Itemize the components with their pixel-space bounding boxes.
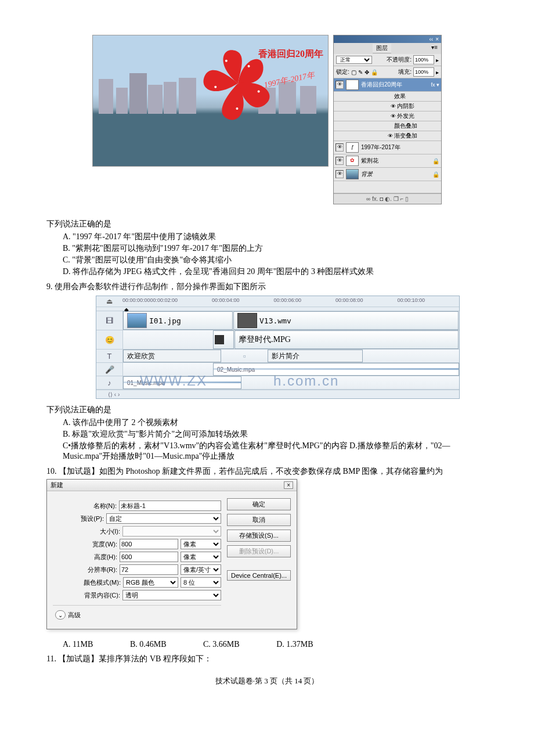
preset-select[interactable]: 自定	[106, 513, 221, 524]
lock-move-icon[interactable]: ✥	[365, 69, 369, 75]
audio-clip-1[interactable]: 01_Music.mpa	[123, 376, 241, 389]
video-timeline: ⏏ 00:00:00:00 00:00:02:00 00:00:04:00 00…	[96, 296, 460, 399]
visibility-icon[interactable]: 👁	[335, 157, 344, 165]
canvas-title-text: 香港回归20周年	[258, 48, 323, 60]
clip-video2[interactable]: 摩登时代.MPG	[234, 330, 459, 349]
dialog-titlebar: 新建 ×	[47, 480, 297, 491]
dialog-fields: 名称(N): 预设(P): 自定 大小(I): 宽度(W): 像素 高	[53, 498, 221, 622]
audio-label: 01_Music.mpa	[127, 380, 165, 386]
fx-header[interactable]: 效果	[334, 92, 441, 102]
text-thumb-icon: T	[346, 80, 359, 90]
layer-background[interactable]: 👁 背景 🔒	[334, 168, 441, 181]
q10-options: A. 11MB B. 0.46MB C. 3.66MB D. 1.37MB	[63, 640, 488, 649]
page-footer: 技术试题卷·第 3 页（共 14 页）	[46, 676, 488, 686]
width-label: 宽度(W):	[74, 540, 120, 549]
audio-clip-2[interactable]: 02_Music.mpa	[213, 363, 459, 376]
title-track: T 欢迎欣赏 ▫ 影片简介	[96, 350, 459, 363]
q9-stem: 9. 使用会声会影软件进行作品制作，部分操作界面如下图所示	[46, 282, 488, 292]
layers-tab[interactable]: 图层	[373, 44, 391, 53]
advanced-toggle[interactable]: ⌄ 高级	[55, 610, 221, 620]
q10-opt-b: B. 0.46MB	[130, 640, 167, 649]
fx-gradient-overlay[interactable]: 👁 渐变叠加	[334, 131, 441, 141]
page: 香港回归20周年 1997年-2017年 ‹‹ × 图层 ▾≡ 正常 不透明度:	[0, 0, 534, 710]
ps-canvas: 香港回归20周年 1997年-2017年	[92, 35, 329, 167]
visibility-icon[interactable]: 👁	[335, 170, 344, 178]
clip-image[interactable]: I01.jpg	[123, 311, 233, 330]
q10-stem: 10. 【加试题】如图为 Photoshop 新建文件界面，若作品完成后，不改变…	[46, 466, 488, 477]
tick: 00:00:00:00	[122, 297, 150, 305]
panel-footer-icons[interactable]: ∞ fx. ◘ ◐. ❐ ⌐ ▯	[334, 193, 441, 204]
music-track: ♪ 01_Music.mpa	[96, 376, 459, 390]
fill-flyout-icon[interactable]: ▸	[436, 69, 439, 75]
title-clip-1[interactable]: 欢迎欣赏	[123, 350, 221, 362]
lock-trans-icon[interactable]: ▢	[351, 69, 356, 75]
fx-color-overlay[interactable]: 👁 颜色叠加	[334, 121, 441, 131]
save-preset-button[interactable]: 存储预设(S)...	[227, 530, 291, 542]
opacity-flyout-icon[interactable]: ▸	[436, 57, 439, 63]
q9-lead: 下列说法正确的是	[46, 405, 488, 415]
lock-all-icon[interactable]: 🔒	[371, 69, 378, 75]
fill-input[interactable]	[413, 67, 434, 77]
ok-button[interactable]: 确定	[227, 498, 291, 510]
dialog-buttons: 确定 取消 存储预设(S)... 删除预设(D)... Device Centr…	[227, 498, 291, 622]
close-icon[interactable]: ×	[435, 36, 439, 42]
height-input[interactable]	[120, 552, 178, 562]
visibility-icon[interactable]: 👁	[335, 81, 344, 89]
fx-inner-shadow[interactable]: 👁 内阴影	[334, 102, 441, 111]
ruler-tool-icon[interactable]: ⏏	[96, 297, 122, 305]
ps-mock: 香港回归20周年 1997年-2017年 ‹‹ × 图层 ▾≡ 正常 不透明度:	[92, 35, 442, 204]
delete-preset-button: 删除预设(D)...	[227, 545, 291, 557]
lock-paint-icon[interactable]: ✎	[358, 69, 363, 75]
layer-years[interactable]: 👁 ƒ 1997年-2017年	[334, 141, 441, 154]
dialog-title: 新建	[50, 481, 63, 489]
visibility-icon[interactable]: 👁	[335, 143, 344, 152]
name-input[interactable]	[119, 501, 221, 511]
cancel-button[interactable]: 取消	[227, 514, 291, 526]
zoom-icon[interactable]: ⟨⟩ ‹ ›	[108, 391, 120, 398]
voice-track: 🎤 02_Music.mpa	[96, 363, 459, 376]
music-track-icon[interactable]: ♪	[96, 376, 123, 389]
blend-row: 正常 不透明度: ▸	[334, 54, 441, 66]
blend-mode-select[interactable]: 正常	[336, 56, 372, 64]
q9-opt-b: B. 标题"欢迎欣赏"与"影片简介"之间可添加转场效果	[63, 429, 488, 440]
title-label: 欢迎欣赏	[127, 351, 155, 361]
mode-select[interactable]: RGB 颜色	[123, 577, 178, 588]
layer-hk20[interactable]: 👁 T 香港回归20周年 fx ▾	[334, 78, 441, 92]
tick: 00:00:08:00	[335, 297, 397, 305]
timeline-scrollbar[interactable]: ⟨⟩ ‹ ›	[96, 390, 459, 398]
svg-point-0	[248, 65, 250, 67]
title-label: 影片简介	[272, 351, 300, 361]
image-thumb-icon: ✿	[346, 156, 359, 166]
title-clip-2[interactable]: 影片简介	[268, 350, 363, 362]
panel-menu-icon[interactable]: ▾≡	[429, 44, 440, 51]
layer-bauhinia[interactable]: 👁 ✿ 紫荆花 🔒	[334, 154, 441, 168]
bit-select[interactable]: 8 位	[181, 577, 221, 588]
res-input[interactable]	[120, 564, 178, 575]
fill-label: 填充:	[398, 68, 412, 76]
q9-options: A. 该作品中使用了 2 个视频素材 B. 标题"欢迎欣赏"与"影片简介"之间可…	[63, 417, 488, 462]
svg-point-4	[225, 60, 228, 62]
lock-label: 锁定:	[336, 68, 349, 76]
width-input[interactable]	[120, 539, 178, 549]
opacity-input[interactable]	[413, 55, 434, 64]
overlay-track-icon[interactable]: 😊	[96, 330, 123, 349]
device-central-button[interactable]: Device Central(E)...	[227, 570, 291, 581]
minimize-icon[interactable]: ‹‹	[429, 36, 433, 42]
bg-select[interactable]: 透明	[122, 590, 221, 600]
close-icon[interactable]: ×	[284, 481, 293, 489]
clip-video1[interactable]: V13.wmv	[233, 311, 459, 330]
transition-clip[interactable]	[213, 330, 234, 349]
video-track-icon[interactable]: 🎞	[96, 311, 123, 330]
mode-label: 颜色模式(M):	[78, 578, 123, 587]
fx-outer-glow[interactable]: 👁 外发光	[334, 111, 441, 121]
tick: 00:00:02:00	[150, 297, 212, 305]
width-unit-select[interactable]: 像素	[181, 539, 221, 549]
res-unit-select[interactable]: 像素/英寸	[181, 564, 221, 575]
title-track-icon[interactable]: T	[96, 350, 123, 362]
q8-opt-a: A. "1997 年-2017 年"图层中使用了滤镜效果	[63, 232, 488, 242]
video-track: 🎞 I01.jpg V13.wmv	[96, 311, 459, 330]
height-unit-select[interactable]: 像素	[181, 552, 221, 562]
overlay-track: 😊 摩登时代.MPG	[96, 330, 459, 350]
voice-track-icon[interactable]: 🎤	[96, 363, 123, 376]
layer-label: 背景	[361, 170, 373, 178]
